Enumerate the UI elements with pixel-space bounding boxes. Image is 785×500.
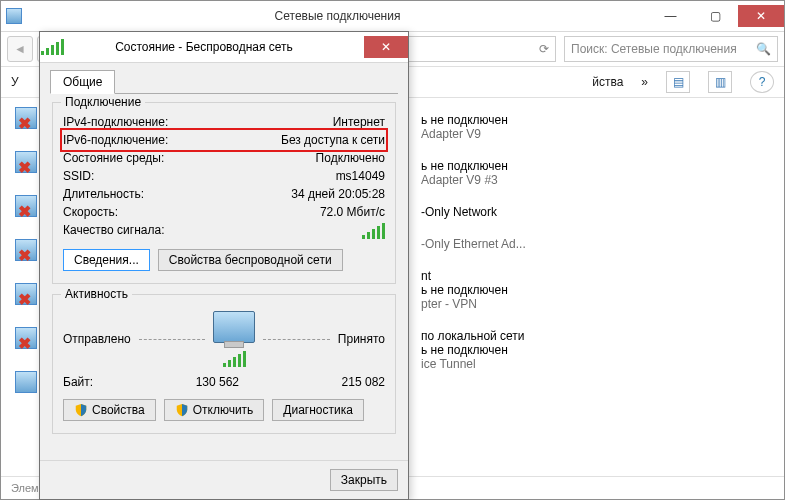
menu-fragment[interactable]: йства (592, 75, 623, 89)
wifi-properties-button[interactable]: Свойства беспроводной сети (158, 249, 343, 271)
connection-group: Подключение IPv4-подключение:Интернет IP… (52, 102, 396, 284)
search-placeholder: Поиск: Сетевые подключения (571, 42, 737, 56)
disabled-icon: ✖ (18, 334, 31, 353)
diagnose-button[interactable]: Диагностика (272, 399, 364, 421)
list-item[interactable]: ь не подключенAdapter V9 #3 (421, 159, 526, 187)
list-item[interactable]: ✖ (11, 281, 41, 307)
disabled-icon: ✖ (18, 114, 31, 133)
layout-icon[interactable]: ▥ (708, 71, 732, 93)
group-title-activity: Активность (61, 287, 132, 301)
properties-button[interactable]: Свойства (63, 399, 156, 421)
activity-group: Активность Отправлено Принято Байт: 1 (52, 294, 396, 434)
refresh-icon[interactable]: ⟳ (539, 42, 549, 56)
disabled-icon: ✖ (18, 158, 31, 177)
close-button[interactable]: ✕ (738, 5, 784, 27)
adapter-icon (15, 371, 37, 393)
tab-general[interactable]: Общие (50, 70, 115, 94)
list-item[interactable]: ь не подключенAdapter V9 (421, 113, 526, 141)
tab-strip: Общие (50, 69, 398, 94)
status-dialog: Состояние - Беспроводная сеть ✕ Общие По… (39, 31, 409, 500)
row-media-state: Состояние среды:Подключено (63, 149, 385, 167)
bytes-received: 215 082 (342, 375, 385, 389)
help-icon[interactable]: ? (750, 71, 774, 93)
row-speed: Скорость:72.0 Мбит/с (63, 203, 385, 221)
list-item[interactable]: ✖ (11, 193, 41, 219)
list-item[interactable]: -Only Network (421, 205, 526, 219)
activity-signal-icon (223, 351, 246, 367)
row-ipv6: IPv6-подключение:Без доступа к сети (63, 131, 385, 149)
window-title: Сетевые подключения (27, 9, 648, 23)
list-item[interactable]: ✖ (11, 105, 41, 131)
main-titlebar: Сетевые подключения — ▢ ✕ (1, 1, 784, 32)
list-item[interactable]: ✖ (11, 237, 41, 263)
activity-monitor-icon (213, 311, 255, 343)
row-duration: Длительность:34 дней 20:05:28 (63, 185, 385, 203)
minimize-button[interactable]: — (648, 5, 693, 27)
list-item[interactable]: ✖ (11, 149, 41, 175)
app-icon (1, 8, 27, 24)
row-signal: Качество сигнала: (63, 221, 385, 241)
shield-icon (74, 403, 88, 417)
row-bytes: Байт: 130 562 215 082 (63, 373, 385, 391)
search-icon: 🔍 (756, 42, 771, 56)
dialog-titlebar[interactable]: Состояние - Беспроводная сеть ✕ (40, 32, 408, 63)
dialog-close-button[interactable]: ✕ (364, 36, 408, 58)
disable-button[interactable]: Отключить (164, 399, 265, 421)
shield-icon (175, 403, 189, 417)
disabled-icon: ✖ (18, 290, 31, 309)
details-button[interactable]: Сведения... (63, 249, 150, 271)
menu-organize[interactable]: У (11, 75, 19, 89)
list-item[interactable]: ✖ (11, 325, 41, 351)
view-icon[interactable]: ▤ (666, 71, 690, 93)
menu-more[interactable]: » (641, 75, 648, 89)
bytes-sent: 130 562 (93, 375, 342, 389)
disabled-icon: ✖ (18, 202, 31, 221)
signal-icon (40, 39, 64, 55)
dialog-close-footer-button[interactable]: Закрыть (330, 469, 398, 491)
list-item[interactable]: -Only Ethernet Ad... (421, 237, 526, 251)
disabled-icon: ✖ (18, 246, 31, 265)
search-input[interactable]: Поиск: Сетевые подключения 🔍 (564, 36, 778, 62)
received-label: Принято (338, 332, 385, 346)
back-button[interactable]: ◄ (7, 36, 33, 62)
row-ipv4: IPv4-подключение:Интернет (63, 113, 385, 131)
signal-bars-icon (362, 223, 385, 239)
network-connections-window: Сетевые подключения — ▢ ✕ ◄ ► ▾ ▲ › ⟳ По… (0, 0, 785, 500)
row-ssid: SSID:ms14049 (63, 167, 385, 185)
group-title-connection: Подключение (61, 95, 145, 109)
list-item[interactable] (11, 369, 41, 395)
maximize-button[interactable]: ▢ (693, 5, 738, 27)
dialog-title: Состояние - Беспроводная сеть (64, 40, 364, 54)
sent-label: Отправлено (63, 332, 131, 346)
list-item[interactable]: ntь не подключенpter - VPN (421, 269, 526, 311)
list-item[interactable]: по локальной сетиь не подключенice Tunne… (421, 329, 526, 371)
